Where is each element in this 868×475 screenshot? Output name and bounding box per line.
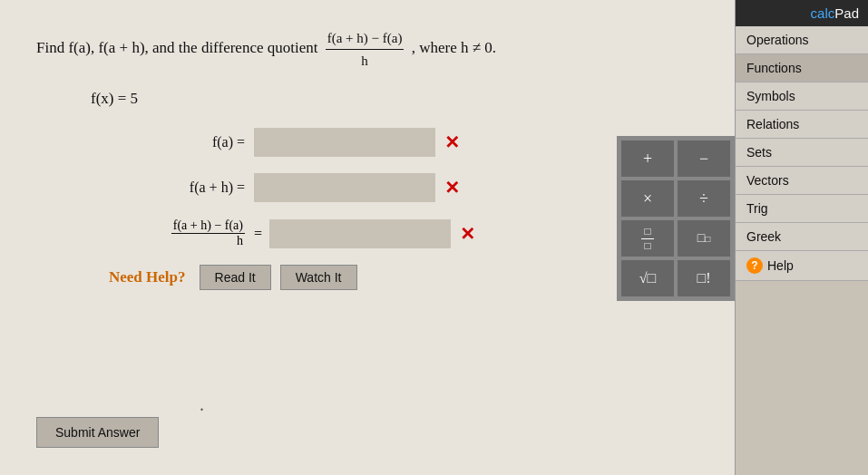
fah-xmark: ✕ [444,177,460,199]
fa-label: f(a) = [109,134,245,150]
menu-item-relations[interactable]: Relations [736,111,868,139]
help-icon: ? [746,257,763,274]
instruction-text: Find f(a), f(a + h), and the difference … [36,39,317,56]
multiply-button[interactable]: × [621,180,674,217]
sqrt-button[interactable]: √□ [621,260,674,296]
fa-row: f(a) = ✕ [109,128,698,157]
menu-item-trig[interactable]: Trig [736,195,868,223]
fah-row: f(a + h) = ✕ [109,173,698,202]
fa-input[interactable] [254,128,435,157]
menu-item-functions[interactable]: Functions [736,54,868,82]
decorative-dot: · [200,400,204,421]
problem-statement: Find f(a), f(a + h), and the difference … [36,27,698,72]
fraction-denominator: h [359,50,370,72]
dq-eq: = [254,226,262,242]
fraction-display: f(a + h) − f(a) h [322,39,412,56]
need-help-section: Need Help? Read It Watch It [109,265,698,290]
divide-button[interactable]: ÷ [678,180,730,217]
calcpad-pad: Pad [834,5,859,21]
menu-item-sets[interactable]: Sets [736,139,868,167]
menu-item-greek[interactable]: Greek [736,223,868,251]
fah-input[interactable] [254,173,435,202]
calcpad-title: calcPad [736,0,868,26]
dq-xmark: ✕ [460,223,475,245]
keypad-area: + − × ÷ □ □ □□ √□ □! [617,136,735,301]
condition-text: , where h ≠ 0. [412,39,496,56]
fa-xmark: ✕ [444,131,460,153]
calcpad: calcPad Operations Functions Symbols Rel… [735,0,868,475]
submit-button[interactable]: Submit Answer [36,417,159,448]
dq-row: f(a + h) − f(a) h = ✕ [109,218,698,248]
plus-button[interactable]: + [621,141,674,177]
fraction-button[interactable]: □ □ [621,220,674,257]
menu-item-vectors[interactable]: Vectors [736,167,868,195]
menu-item-help[interactable]: ? Help [736,251,868,281]
fah-label: f(a + h) = [109,179,245,196]
need-help-label: Need Help? [109,268,186,286]
calcpad-menu: Operations Functions Symbols Relations S… [736,26,868,281]
dq-label: f(a + h) − f(a) h [109,218,245,248]
superscript-button[interactable]: □□ [678,220,730,257]
minus-button[interactable]: − [678,141,730,177]
factorial-button[interactable]: □! [678,260,730,296]
fraction-numerator: f(a + h) − f(a) [326,27,405,50]
dq-denominator: h [235,234,245,248]
read-it-button[interactable]: Read It [200,265,271,290]
calcpad-calc: calc [811,5,835,21]
menu-item-operations[interactable]: Operations [736,26,868,54]
dq-input[interactable] [269,219,451,248]
watch-it-button[interactable]: Watch It [280,265,357,290]
fx-definition: f(x) = 5 [91,90,698,108]
dq-numerator: f(a + h) − f(a) [171,218,245,234]
menu-item-symbols[interactable]: Symbols [736,82,868,111]
